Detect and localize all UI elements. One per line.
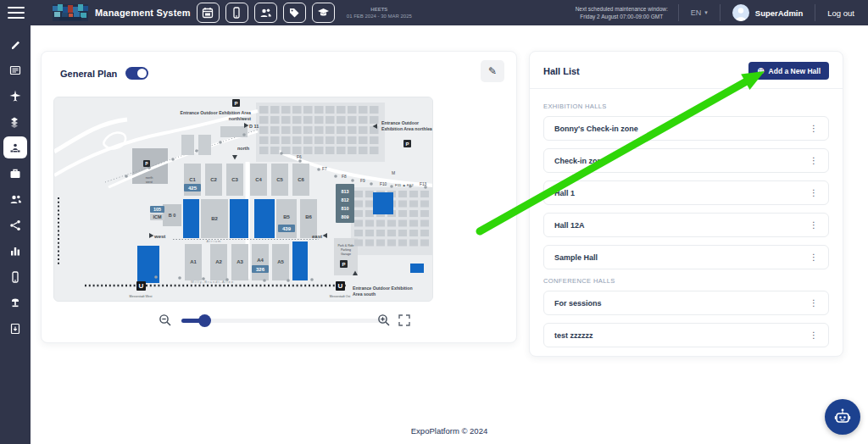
hall-list-title: Hall List: [543, 66, 580, 76]
sidebar-item-travel[interactable]: [4, 86, 26, 106]
svg-text:west: west: [153, 234, 165, 239]
file-export-icon: [9, 323, 21, 335]
hall-list-item[interactable]: test zzzzzz⋮: [543, 323, 829, 347]
sidebar-item-edit[interactable]: [4, 34, 26, 54]
svg-text:810: 810: [341, 206, 348, 211]
zoom-out-icon[interactable]: [159, 314, 172, 327]
svg-text:west: west: [146, 180, 153, 184]
hall-item-label: Check-in zone: [554, 157, 606, 165]
svg-text:north: north: [237, 146, 250, 151]
user-name: SuperAdmin: [755, 8, 803, 18]
edit-plan-button[interactable]: ✎: [481, 60, 504, 82]
svg-text:B6: B6: [305, 214, 312, 219]
app-title: Management System: [95, 8, 191, 18]
user-menu[interactable]: SuperAdmin: [732, 4, 803, 21]
sidebar-item-share[interactable]: [4, 215, 26, 236]
svg-text:A2: A2: [215, 259, 222, 264]
hall-list-item[interactable]: Hall 1⋮: [543, 180, 829, 205]
sidebar-item-mobile-app[interactable]: [4, 267, 26, 287]
hall-item-label: Hall 1: [554, 189, 575, 197]
left-sidebar: [0, 25, 31, 444]
hamburger-menu-icon[interactable]: [8, 7, 25, 19]
svg-text:C3: C3: [231, 177, 238, 182]
svg-text:Parking: Parking: [341, 248, 351, 252]
sidebar-item-analytics[interactable]: [4, 241, 26, 261]
svg-text:Entrance Outdoor Exhibition: Entrance Outdoor Exhibition: [353, 286, 413, 291]
calendar-icon: [202, 7, 214, 19]
hall-item-label: Hall 12A: [554, 221, 585, 230]
zoom-in-icon[interactable]: [377, 314, 391, 327]
svg-text:B5: B5: [283, 214, 290, 219]
maintenance-notice: Next scheduled maintenance window: Frida…: [576, 5, 668, 20]
svg-text:439: 439: [282, 226, 292, 231]
svg-text:425: 425: [188, 186, 198, 191]
mobile-nav-button[interactable]: [225, 3, 248, 23]
tags-icon: [9, 116, 21, 128]
language-selector[interactable]: EN ▾: [691, 8, 708, 17]
calendar-nav-button[interactable]: [197, 3, 220, 23]
hall-list-item[interactable]: Hall 12A⋮: [543, 213, 829, 237]
general-plan-toggle[interactable]: [125, 67, 148, 80]
svg-text:U: U: [338, 282, 343, 290]
kebab-menu-icon[interactable]: ⋮: [808, 188, 820, 197]
sidebar-item-briefcase[interactable]: [4, 164, 26, 184]
share-icon: [9, 219, 21, 231]
pencil-icon: ✎: [488, 65, 497, 77]
kebab-menu-icon[interactable]: ⋮: [808, 156, 820, 165]
sidebar-item-tags[interactable]: [4, 112, 26, 132]
kebab-menu-icon[interactable]: ⋮: [808, 298, 820, 308]
sidebar-item-stand[interactable]: [4, 292, 26, 313]
svg-text:W i l l y - B r a n d t - A l: W i l l y - B r a n d t - A l l e e: [191, 280, 234, 284]
svg-text:A3: A3: [236, 259, 243, 264]
svg-text:east: east: [312, 234, 322, 239]
svg-text:Entrance Outdoor: Entrance Outdoor: [381, 120, 419, 125]
svg-text:C6: C6: [298, 177, 304, 182]
add-new-hall-button[interactable]: ⊕ Add a New Hall: [748, 62, 829, 80]
hall-list-item[interactable]: Sample Hall⋮: [543, 245, 829, 269]
tag-nav-button[interactable]: [283, 3, 306, 23]
svg-text:D 11: D 11: [249, 124, 259, 129]
robot-icon: [832, 407, 853, 427]
chevron-down-icon: ▾: [704, 9, 708, 16]
hall-list-item[interactable]: Bonny's Check-in zone⋮: [543, 116, 829, 141]
hall-section-label: CONFERENCE HALLS: [543, 277, 829, 285]
svg-text:P: P: [234, 101, 237, 106]
fullscreen-icon[interactable]: [398, 314, 411, 327]
language-label: EN: [691, 8, 702, 17]
hall-list-item[interactable]: Check-in zone⋮: [543, 148, 829, 173]
hall-list-card: Hall List ⊕ Add a New Hall EXHIBITION HA…: [529, 51, 843, 357]
svg-text:B 0: B 0: [169, 213, 176, 218]
svg-text:F13: F13: [420, 182, 427, 186]
kebab-menu-icon[interactable]: ⋮: [808, 124, 820, 133]
venue-map[interactable]: PPPPUU105ICM425439326Entrance Outdoor Ex…: [53, 97, 433, 302]
sidebar-item-floorplan[interactable]: [4, 137, 26, 158]
svg-text:north/west: north/west: [229, 116, 251, 121]
svg-text:326: 326: [256, 267, 265, 272]
attendees-icon: [259, 7, 272, 19]
logout-button[interactable]: Log out: [827, 8, 854, 18]
svg-text:105: 105: [153, 207, 161, 212]
svg-text:north: north: [146, 176, 153, 180]
zoom-slider-thumb[interactable]: [198, 314, 211, 327]
sidebar-item-content[interactable]: [4, 60, 26, 80]
svg-text:813: 813: [341, 189, 348, 194]
attendees-nav-button[interactable]: [254, 3, 277, 23]
sidebar-item-team[interactable]: [4, 189, 26, 209]
svg-text:812: 812: [341, 197, 348, 203]
svg-text:B2: B2: [211, 216, 218, 221]
people-icon: [9, 193, 22, 205]
kebab-menu-icon[interactable]: ⋮: [808, 253, 820, 262]
svg-text:F10: F10: [380, 182, 387, 186]
zoom-slider[interactable]: [181, 319, 387, 323]
svg-text:F9: F9: [360, 179, 365, 183]
svg-text:U: U: [139, 282, 144, 290]
hall-list-item[interactable]: For sessions⋮: [543, 291, 829, 315]
kebab-menu-icon[interactable]: ⋮: [808, 220, 820, 230]
kebab-menu-icon[interactable]: ⋮: [808, 330, 820, 340]
education-nav-button[interactable]: [312, 3, 335, 23]
svg-text:A t r i u m: A t r i u m: [207, 239, 222, 243]
svg-text:Exhibition Area north/east: Exhibition Area north/east: [381, 126, 433, 131]
sidebar-item-export[interactable]: [4, 319, 26, 339]
header-divider: [815, 4, 815, 21]
chatbot-button[interactable]: [825, 399, 860, 435]
